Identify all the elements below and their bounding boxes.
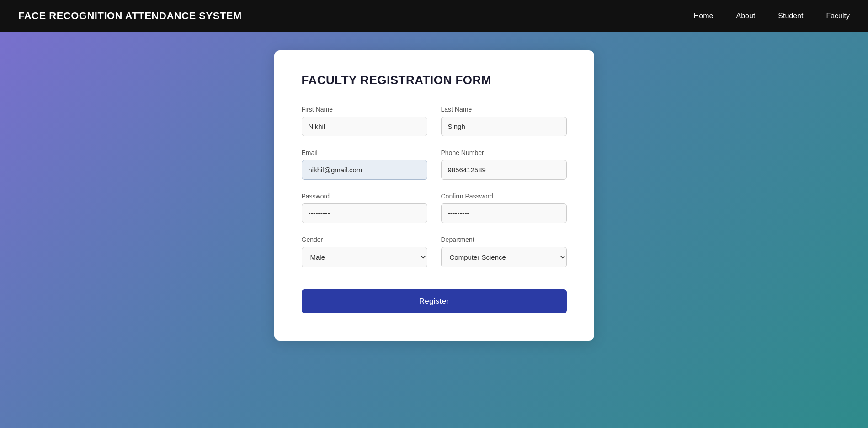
nav-about[interactable]: About: [736, 12, 755, 20]
phone-group: Phone Number: [441, 149, 567, 180]
confirm-password-input[interactable]: [441, 203, 567, 223]
confirm-password-group: Confirm Password: [441, 193, 567, 223]
email-label: Email: [302, 149, 427, 156]
first-name-label: First Name: [302, 106, 427, 113]
page-content: FACULTY REGISTRATION FORM First Name Las…: [0, 32, 868, 428]
last-name-group: Last Name: [441, 106, 567, 136]
app-brand: FACE RECOGNITION ATTENDANCE SYSTEM: [18, 10, 242, 22]
last-name-label: Last Name: [441, 106, 567, 113]
gender-dept-row: Gender Male Female Other Department Comp…: [302, 236, 567, 268]
nav-links: Home About Student Faculty: [694, 12, 850, 20]
nav-student[interactable]: Student: [778, 12, 803, 20]
password-label: Password: [302, 193, 427, 200]
gender-group: Gender Male Female Other: [302, 236, 427, 268]
register-button[interactable]: Register: [302, 289, 567, 313]
form-card: FACULTY REGISTRATION FORM First Name Las…: [274, 50, 594, 341]
phone-input[interactable]: [441, 160, 567, 180]
email-phone-row: Email Phone Number: [302, 149, 567, 180]
password-input[interactable]: [302, 203, 427, 223]
password-group: Password: [302, 193, 427, 223]
first-name-input[interactable]: [302, 117, 427, 136]
email-group: Email: [302, 149, 427, 180]
department-label: Department: [441, 236, 567, 243]
form-title: FACULTY REGISTRATION FORM: [302, 73, 567, 87]
last-name-input[interactable]: [441, 117, 567, 136]
password-row: Password Confirm Password: [302, 193, 567, 223]
phone-label: Phone Number: [441, 149, 567, 156]
navbar: FACE RECOGNITION ATTENDANCE SYSTEM Home …: [0, 0, 868, 32]
name-row: First Name Last Name: [302, 106, 567, 136]
confirm-password-label: Confirm Password: [441, 193, 567, 200]
nav-faculty[interactable]: Faculty: [826, 12, 850, 20]
gender-select[interactable]: Male Female Other: [302, 247, 427, 268]
first-name-group: First Name: [302, 106, 427, 136]
email-input[interactable]: [302, 160, 427, 180]
department-group: Department Computer Science Electrical E…: [441, 236, 567, 268]
department-select[interactable]: Computer Science Electrical Engineering …: [441, 247, 567, 268]
nav-home[interactable]: Home: [694, 12, 714, 20]
gender-label: Gender: [302, 236, 427, 243]
